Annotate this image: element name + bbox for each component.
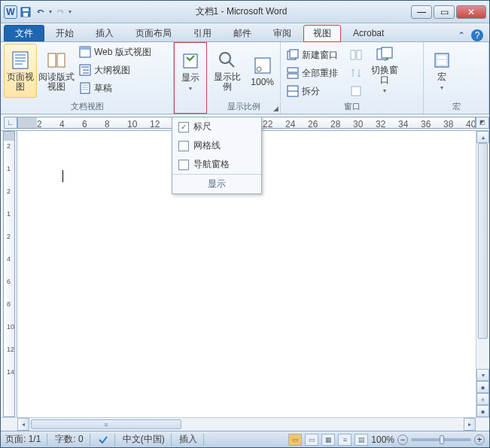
zoom-in-button[interactable]: + [474,434,485,445]
print-layout-view-icon[interactable]: ▭ [288,434,302,446]
draft-button[interactable]: 草稿 [76,80,154,96]
vertical-ruler[interactable]: 21212468101214 [1,131,17,417]
navpane-checkbox-item[interactable]: 导航窗格 [172,155,261,174]
page-view-label: 页面视图 [6,72,35,92]
ruler-checkbox-item[interactable]: ✓ 标尺 [172,117,261,136]
maximize-button[interactable]: ▭ [434,5,455,19]
gridlines-checkbox-label: 网格线 [193,139,221,152]
group-document-views: 页面视图 阅读版式 视图 Web 版式视图 大纲视图 草稿 文档视图 [1,42,174,114]
svg-point-21 [220,53,230,63]
gridlines-checkbox[interactable] [178,141,189,151]
split-button[interactable]: 拆分 [284,83,341,99]
word-app-icon[interactable]: W [4,5,17,19]
zoom-out-button[interactable]: − [397,434,408,445]
minimize-ribbon-icon[interactable]: ⌃ [458,30,465,41]
horizontal-scrollbar[interactable]: ◂ ≡ ▸ [1,417,489,431]
next-page-icon[interactable]: ● [476,405,489,417]
tab-references[interactable]: 引用 [184,24,221,41]
vertical-scrollbar[interactable]: ▴ ▾ ● ± ● [476,131,489,417]
tab-pagelayout[interactable]: 页面布局 [126,24,181,41]
arrange-all-button[interactable]: 全部重排 [284,65,341,81]
svg-rect-33 [352,87,361,96]
svg-rect-38 [437,60,446,65]
hundred-percent-button[interactable]: 100% [248,44,277,98]
navpane-checkbox[interactable] [178,160,189,170]
outline-button[interactable]: 大纲视图 [76,62,154,78]
ruler-toggle-icon[interactable]: ◩ [476,117,489,129]
reading-view-button[interactable]: 阅读版式 视图 [40,44,73,98]
minimize-button[interactable]: — [411,5,432,19]
outline-view-icon2[interactable]: ≡ [338,434,352,446]
tab-mailings[interactable]: 邮件 [224,24,261,41]
reset-window-button[interactable] [347,83,365,99]
view-side-button[interactable] [347,47,365,63]
tab-insert[interactable]: 插入 [86,24,123,41]
show-dropdown-panel: ✓ 标尺 网格线 导航窗格 显示 [172,117,262,194]
tab-selector[interactable]: ∟ [4,117,17,129]
svg-rect-8 [48,53,56,67]
switch-window-button[interactable]: 切换窗口▾ [368,44,401,98]
status-proofing[interactable] [98,434,115,446]
page-view-button[interactable]: 页面视图 [4,44,37,98]
outline-icon [79,64,91,76]
undo-icon[interactable] [34,5,47,19]
browse-object-icon[interactable]: ± [476,393,489,405]
tab-review[interactable]: 审阅 [263,24,301,41]
draft-view-icon[interactable]: ▤ [355,434,368,446]
zoom-level[interactable]: 100% [371,434,394,445]
svg-rect-7 [15,63,23,65]
hundred-icon [252,55,273,76]
tab-view[interactable]: 视图 [303,25,341,42]
group-zoom-label: 显示比例 [210,100,277,112]
scroll-right-icon[interactable]: ▸ [464,418,476,431]
close-button[interactable]: ✕ [456,5,486,19]
status-insert-mode[interactable]: 插入 [179,434,204,446]
prev-page-icon[interactable]: ● [476,381,489,393]
fullscreen-view-icon[interactable]: ▭ [305,434,318,446]
switch-window-icon [374,46,395,64]
new-window-button[interactable]: 新建窗口 [284,47,341,63]
group-docviews-label: 文档视图 [4,100,170,112]
vscroll-thumb[interactable] [478,143,488,339]
group-zoom: 显示比例 100% 显示比例 ◢ [207,42,281,114]
group-show: 显示▾ [174,42,207,114]
help-icon[interactable]: ? [471,29,483,41]
tab-home[interactable]: 开始 [46,24,84,41]
web-view-icon[interactable]: ▦ [321,434,335,446]
web-layout-button[interactable]: Web 版式视图 [76,44,154,60]
file-tab[interactable]: 文件 [4,25,44,41]
zoom-launcher-icon[interactable]: ◢ [273,105,278,112]
svg-rect-5 [15,57,26,59]
show-label: 显示▾ [181,73,199,93]
status-language[interactable]: 中文(中国) [123,434,172,446]
status-words[interactable]: 字数: 0 [55,434,90,446]
hscroll-thumb[interactable]: ≡ [31,419,181,429]
undo-dropdown-icon[interactable]: ▾ [49,8,52,15]
zoom-slider[interactable] [411,438,471,441]
svg-rect-1 [23,8,29,11]
scroll-up-icon[interactable]: ▴ [476,131,489,143]
macros-button[interactable]: 宏▾ [427,44,457,98]
svg-rect-28 [288,74,298,78]
zoom-button[interactable]: 显示比例 [210,44,245,98]
sync-scroll-icon [350,67,362,79]
ruler-checkbox[interactable]: ✓ [178,122,189,133]
zoom-slider-thumb[interactable] [440,435,444,444]
show-icon [180,50,201,72]
scroll-left-icon[interactable]: ◂ [17,418,29,431]
tab-acrobat[interactable]: Acrobat [343,24,394,41]
window-controls: — ▭ ✕ [411,5,486,19]
ribbon-end-controls: ⌃ ? [396,29,489,41]
gridlines-checkbox-item[interactable]: 网格线 [172,136,261,155]
sync-scroll-button[interactable] [347,65,365,81]
reset-window-icon [350,85,362,97]
status-page[interactable]: 页面: 1/1 [5,434,47,446]
draft-label: 草稿 [94,82,112,95]
scroll-down-icon[interactable]: ▾ [476,369,489,381]
redo-icon[interactable] [53,5,67,19]
switch-window-label: 切换窗口▾ [370,66,399,96]
show-dropdown-button[interactable]: 显示▾ [178,44,203,99]
save-icon[interactable] [19,5,32,19]
svg-line-22 [229,62,234,67]
macros-label: 宏▾ [437,72,446,93]
